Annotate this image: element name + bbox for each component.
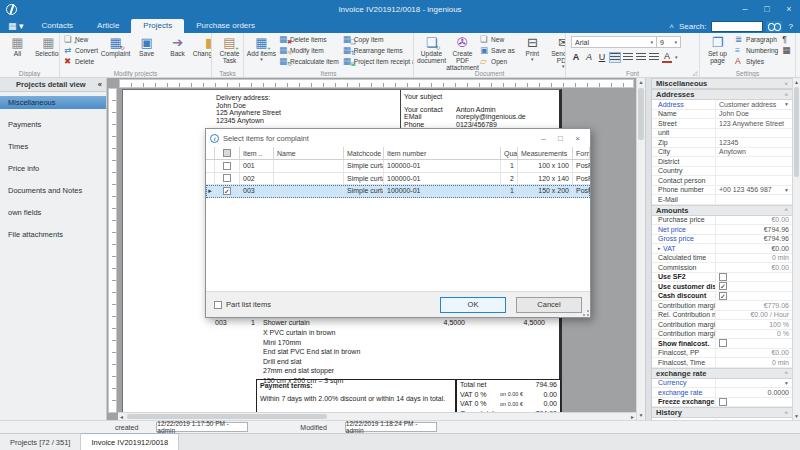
- ribbon-button-rearrange-items[interactable]: ▦⇅Rearrange items: [341, 45, 414, 56]
- search-input[interactable]: [711, 21, 763, 32]
- collapse-sidebar-icon[interactable]: «: [98, 80, 102, 89]
- ribbon-button-new[interactable]: ❏New: [478, 34, 517, 45]
- section-header-addresses[interactable]: Addresses˄: [652, 89, 792, 100]
- sidebar-item-file-attachments[interactable]: File attachments: [0, 228, 106, 241]
- field-value[interactable]: John Doe: [716, 110, 792, 119]
- field-checkbox[interactable]: ✓: [719, 282, 727, 290]
- ribbon-button-create-task[interactable]: ▤+Create Task: [214, 34, 244, 68]
- ribbon-button-print[interactable]: ⊟Print▾: [517, 34, 548, 68]
- collapse-ribbon-icon[interactable]: ˄: [669, 22, 674, 31]
- ribbon-button-selection[interactable]: ▦Selection: [33, 34, 60, 68]
- tab-contacts[interactable]: Contacts: [30, 19, 86, 33]
- field-value[interactable]: €0.00: [716, 349, 792, 358]
- ribbon-button-all[interactable]: ▦All: [2, 34, 33, 68]
- close-button[interactable]: ×: [778, 2, 800, 16]
- field-value[interactable]: Anytown: [716, 148, 792, 157]
- search-icon[interactable]: [766, 21, 782, 32]
- align-left-button[interactable]: [610, 53, 620, 62]
- table-row[interactable]: ▸✓003Simple curtain100000-011150 x 200Po…: [206, 185, 590, 198]
- field-value[interactable]: ✓: [716, 282, 792, 291]
- field-value[interactable]: 123 Anywhere Street: [716, 119, 792, 128]
- field-value[interactable]: [716, 195, 792, 204]
- ok-button[interactable]: OK: [440, 297, 506, 313]
- ribbon-button-modify-item[interactable]: ▦✎Modify item: [277, 45, 341, 56]
- scroll-left-icon[interactable]: ◄: [119, 413, 124, 420]
- field-value[interactable]: [716, 273, 792, 282]
- bold-button[interactable]: A: [571, 52, 581, 62]
- part-list-items-checkbox[interactable]: [214, 301, 222, 309]
- field-value[interactable]: [716, 339, 792, 348]
- ribbon-button-update-document[interactable]: ❏↻Update document: [416, 34, 447, 68]
- sidebar-item-payments[interactable]: Payments: [0, 118, 106, 131]
- field-value[interactable]: ▼: [716, 379, 792, 388]
- resize-grip[interactable]: [583, 310, 589, 316]
- sidebar-item-times[interactable]: Times: [0, 140, 106, 153]
- sidebar-item-price-info[interactable]: Price info: [0, 162, 106, 175]
- field-value[interactable]: €0.00: [716, 263, 792, 272]
- field-value[interactable]: [716, 167, 792, 176]
- section-header-history[interactable]: History˄: [652, 407, 792, 418]
- ribbon-button-delete-items[interactable]: ▦✖Delete items: [277, 34, 341, 45]
- dialog-close-button[interactable]: ×: [569, 134, 586, 143]
- dialog-launcher-icon[interactable]: ◿: [692, 69, 697, 76]
- field-value[interactable]: 0 %: [716, 330, 792, 339]
- ribbon-button-save[interactable]: ▣Save: [131, 34, 162, 68]
- panel-vertical-scrollbar[interactable]: ▲ ▼: [792, 78, 800, 420]
- align-center-button[interactable]: [623, 53, 633, 62]
- ribbon-button-numbering[interactable]: ≡Numbering: [733, 45, 780, 56]
- document-vertical-scrollbar[interactable]: ▲ ▼: [636, 78, 645, 420]
- field-value[interactable]: 100 %: [716, 320, 792, 329]
- maximize-button[interactable]: □: [756, 2, 778, 16]
- dialog-minimize-button[interactable]: –: [535, 134, 552, 143]
- row-checkbox[interactable]: [223, 162, 231, 170]
- bottom-tab-projects-72-351[interactable]: Projects [72 / 351]: [0, 434, 81, 450]
- gridlines-button[interactable]: ▦: [780, 45, 794, 56]
- field-value[interactable]: €794.96: [716, 235, 792, 244]
- select-all-checkbox[interactable]: [223, 149, 231, 157]
- ribbon-button-complaint[interactable]: ▦↻Complaint: [100, 34, 131, 68]
- ribbon-button-set-up-page[interactable]: ❐Set up page: [702, 34, 733, 68]
- application-menu-icon[interactable]: ▦ ▾: [0, 21, 30, 33]
- ribbon-button-paragraph[interactable]: ≣Paragraph: [733, 34, 780, 45]
- field-value[interactable]: €0.00: [716, 244, 792, 253]
- field-value[interactable]: €0.00: [716, 216, 792, 225]
- field-value[interactable]: 12345: [716, 138, 792, 147]
- ribbon-button-new[interactable]: ❏+New: [62, 34, 100, 45]
- field-value[interactable]: €779.06: [716, 301, 792, 310]
- align-right-button[interactable]: [636, 53, 646, 62]
- ribbon-button-recalculate-item[interactable]: ▦↻Recalculate item: [277, 56, 341, 67]
- ribbon-button-copy-item[interactable]: ▦❏Copy item: [341, 34, 414, 45]
- field-value[interactable]: [716, 129, 792, 138]
- font-size-select[interactable]: 9▾: [657, 36, 681, 48]
- tab-purchase-orders[interactable]: Purchase orders: [184, 19, 267, 33]
- scroll-up-icon[interactable]: ▲: [637, 78, 645, 87]
- formatting-marks-button[interactable]: ¶: [780, 34, 794, 45]
- scroll-up-icon[interactable]: ▲: [793, 78, 800, 86]
- scrollbar-thumb[interactable]: [127, 414, 327, 419]
- align-justify-button[interactable]: [649, 53, 659, 62]
- sidebar-item-own-fields[interactable]: own fields: [0, 206, 106, 219]
- underline-button[interactable]: U: [597, 52, 607, 62]
- section-header-exchange-rate[interactable]: exchange rate˄: [652, 368, 792, 379]
- field-value[interactable]: +00 123 456 987▼: [716, 186, 792, 195]
- ribbon-button-back[interactable]: ➔Back: [162, 34, 193, 68]
- dialog-maximize-button[interactable]: □: [552, 134, 569, 143]
- bottom-tab-invoice-iv201912-0018[interactable]: Invoice IV201912/0018: [81, 433, 179, 450]
- ribbon-button-open[interactable]: ▱Open: [478, 56, 517, 67]
- cancel-button[interactable]: Cancel: [516, 297, 582, 313]
- field-checkbox[interactable]: ✓: [719, 292, 727, 300]
- scroll-down-icon[interactable]: ▼: [793, 412, 800, 420]
- ribbon-button-save-as[interactable]: ▣Save as: [478, 45, 517, 56]
- field-value[interactable]: €794.96: [716, 225, 792, 234]
- section-header-amounts[interactable]: Amounts˄: [652, 205, 792, 216]
- ribbon-button-styles[interactable]: AStyles: [733, 56, 780, 67]
- row-checkbox[interactable]: [223, 174, 231, 182]
- field-checkbox[interactable]: [719, 398, 727, 406]
- expand-icon[interactable]: ▸: [658, 245, 663, 251]
- ribbon-button-changelog[interactable]: ▮◔Changelog: [193, 34, 212, 68]
- tab-projects[interactable]: Projects: [131, 19, 184, 33]
- field-value[interactable]: 0 min: [716, 254, 792, 263]
- section-header-miscellaneous[interactable]: Miscellaneous˅: [652, 78, 792, 89]
- ribbon-button-delete[interactable]: ✖Delete: [62, 56, 100, 67]
- field-value[interactable]: [716, 157, 792, 166]
